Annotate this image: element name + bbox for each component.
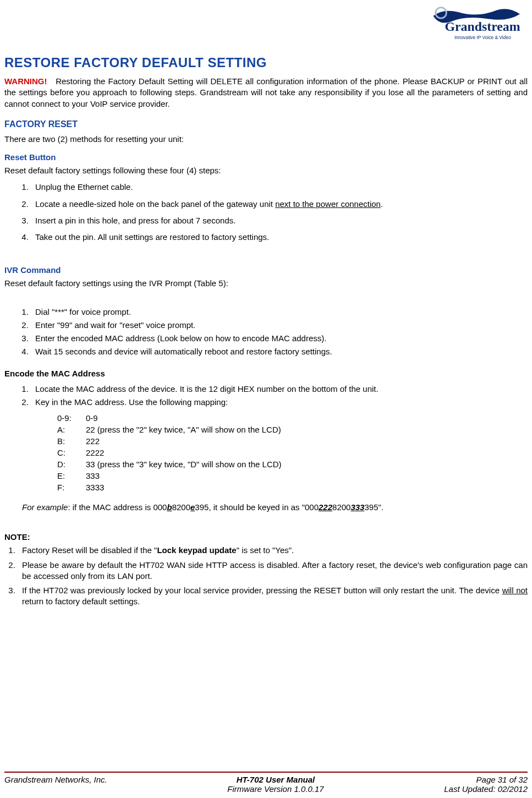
warning-label: WARNING! [4, 76, 47, 86]
underline-text: next to the power connection [275, 199, 381, 209]
table-row: A:22 (press the "2" key twice, "A" will … [57, 424, 528, 435]
footer-center: HT-702 User Manual Firmware Version 1.0.… [107, 775, 444, 794]
list-item: Key in the MAC address. Use the followin… [31, 397, 528, 408]
svg-text:Grandstream: Grandstream [445, 19, 520, 34]
mac-mapping-table: 0-9:0-9 A:22 (press the "2" key twice, "… [57, 412, 528, 493]
grandstream-logo: Grandstream Innovative IP Voice & Video [431, 4, 528, 43]
table-row: C:2222 [57, 447, 528, 458]
example-label: For example [22, 502, 68, 512]
example-paragraph: For example: if the MAC address is 000b8… [22, 502, 528, 513]
list-item: Take out the pin. All unit settings are … [31, 232, 528, 243]
footer-right: Page 31 of 32 Last Updated: 02/2012 [444, 775, 528, 794]
table-row: D:33 (press the "3" key twice, "D" will … [57, 458, 528, 470]
list-item: Locate the MAC address of the device. It… [31, 384, 528, 395]
table-row: B:222 [57, 435, 528, 447]
footer-left: Grandstream Networks, Inc. [4, 775, 107, 794]
reset-button-heading: Reset Button [4, 152, 528, 162]
svg-text:Innovative IP Voice & Video: Innovative IP Voice & Video [454, 35, 511, 40]
logo-icon: Grandstream Innovative IP Voice & Video [431, 4, 528, 43]
list-item: Please be aware by default the HT702 WAN… [18, 560, 528, 582]
table-row: F:3333 [57, 482, 528, 493]
list-item: If the HT702 was previously locked by yo… [18, 585, 528, 608]
reset-button-intro: Reset default factory settings following… [4, 165, 528, 176]
factory-reset-heading: FACTORY RESET [4, 119, 528, 129]
list-item: Wait 15 seconds and device will automati… [31, 346, 528, 357]
factory-reset-intro: There are two (2) methods for resetting … [4, 134, 528, 145]
table-row: E:333 [57, 470, 528, 482]
list-item: Locate a needle-sized hole on the back p… [31, 199, 528, 210]
ivr-intro: Reset default factory settings using the… [4, 278, 528, 289]
encode-heading: Encode the MAC Address [4, 369, 528, 378]
page-title: RESTORE FACTORY DEFAULT SETTING [4, 55, 528, 70]
list-item: Factory Reset will be disabled if the "L… [18, 545, 528, 556]
list-item: Enter the encoded MAC address (Look belo… [31, 333, 528, 344]
ivr-heading: IVR Command [4, 265, 528, 275]
page-content: RESTORE FACTORY DEFAULT SETTING WARNING!… [4, 50, 528, 772]
ivr-steps: Dial "***" for voice prompt. Enter "99" … [31, 307, 528, 358]
list-item: Dial "***" for voice prompt. [31, 307, 528, 318]
document-page: Grandstream Innovative IP Voice & Video … [0, 0, 532, 798]
warning-paragraph: WARNING! Restoring the Factory Default S… [4, 76, 528, 110]
list-item: Insert a pin in this hole, and press for… [31, 215, 528, 226]
page-footer: Grandstream Networks, Inc. HT-702 User M… [4, 772, 528, 794]
page-header: Grandstream Innovative IP Voice & Video [4, 4, 528, 43]
list-item: Unplug the Ethernet cable. [31, 182, 528, 193]
list-item: Enter "99" and wait for "reset" voice pr… [31, 320, 528, 331]
reset-button-steps: Unplug the Ethernet cable. Locate a need… [31, 182, 528, 243]
note-list: Factory Reset will be disabled if the "L… [18, 545, 528, 607]
encode-steps: Locate the MAC address of the device. It… [31, 384, 528, 408]
note-heading: NOTE: [4, 532, 528, 542]
warning-text: Restoring the Factory Default Setting wi… [4, 76, 528, 108]
table-row: 0-9:0-9 [57, 412, 528, 424]
